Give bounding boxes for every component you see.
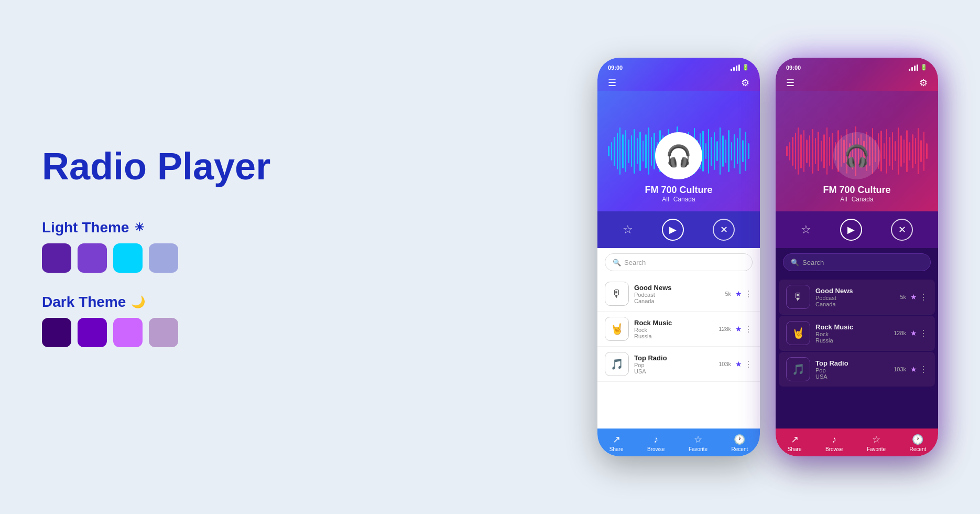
dark-recent-label: Recent [910, 446, 927, 452]
favorite-label: Favorite [689, 446, 707, 452]
light-play-btn[interactable]: ▶ [662, 219, 684, 241]
signal-bar-1 [731, 69, 732, 71]
dark-item-icon-1: 🎙 [786, 285, 810, 309]
dark-item-dots-2[interactable]: ⋮ [919, 328, 928, 338]
dark-item-sub2-2: Russia [815, 337, 888, 344]
light-nav-recent[interactable]: 🕐 Recent [732, 434, 748, 452]
recent-icon: 🕐 [734, 434, 745, 445]
main-title: Radio Player [42, 146, 566, 187]
phone-light: 09:00 🔋 ☰ ⚙ [597, 58, 760, 456]
light-controls: ☆ ▶ ✕ [597, 211, 760, 248]
dark-list: 🎙 Good News Podcast Canada 5k ★ ⋮ 🤘 [776, 276, 938, 429]
light-station-tags: All Canada [662, 196, 695, 203]
light-item-title-3: Top Radio [634, 354, 713, 362]
search-icon-light: 🔍 [613, 259, 621, 266]
light-theme-label: Light Theme ☀ [42, 219, 566, 236]
dark-recent-icon: 🕐 [912, 434, 923, 445]
recent-label: Recent [732, 446, 748, 452]
browse-label: Browse [647, 446, 665, 452]
dark-theme-label: Dark Theme 🌙 [42, 294, 566, 310]
dark-time: 09:00 [786, 65, 801, 71]
dark-item-icon-2: 🤘 [786, 321, 810, 345]
dark-signal-bar-4 [917, 65, 918, 71]
light-item-sub1-2: Rock [634, 327, 713, 333]
light-list: 🎙 Good News Podcast Canada 5k ★ ⋮ 🤘 [597, 276, 760, 429]
light-item-star-2[interactable]: ★ [735, 325, 742, 333]
light-search-input[interactable]: 🔍 Search [605, 253, 753, 271]
light-nav-favorite[interactable]: ☆ Favorite [689, 434, 707, 452]
light-nav-bar: ☰ ⚙ [608, 75, 749, 91]
dark-play-btn[interactable]: ▶ [840, 219, 862, 241]
dark-favorite-icon: ☆ [872, 434, 880, 445]
dark-item-info-3: Top Radio Pop USA [815, 359, 888, 380]
light-bottom-nav: ↗ Share ♪ Browse ☆ Favorite 🕐 Recent [597, 429, 760, 456]
light-nav-share[interactable]: ↗ Share [609, 434, 624, 452]
signal-bar-3 [736, 66, 737, 71]
search-icon-dark: 🔍 [791, 259, 799, 266]
dark-item-sub1-1: Podcast [815, 295, 895, 301]
light-swatch-1 [42, 243, 71, 273]
light-item-star-3[interactable]: ★ [735, 360, 742, 368]
light-item-sub2-1: Canada [634, 298, 720, 304]
dark-item-star-2[interactable]: ★ [910, 329, 917, 337]
light-star-btn[interactable]: ☆ [623, 223, 633, 237]
dark-item-title-2: Rock Music [815, 323, 888, 331]
dark-star-btn[interactable]: ☆ [801, 223, 811, 237]
dark-nav-favorite[interactable]: ☆ Favorite [867, 434, 886, 452]
light-list-item-3: 🎵 Top Radio Pop USA 103k ★ ⋮ [597, 347, 760, 382]
menu-icon[interactable]: ☰ [608, 77, 616, 89]
phone-dark: 09:00 🔋 ☰ ⚙ [776, 58, 938, 456]
light-item-dots-1[interactable]: ⋮ [744, 289, 753, 299]
dark-menu-icon[interactable]: ☰ [786, 77, 794, 89]
dark-item-sub1-2: Rock [815, 331, 888, 337]
dark-item-star-3[interactable]: ★ [910, 365, 917, 373]
light-nav-browse[interactable]: ♪ Browse [647, 434, 665, 452]
light-item-icon-2: 🤘 [605, 317, 629, 341]
share-label: Share [609, 446, 624, 452]
dark-item-star-1[interactable]: ★ [910, 293, 917, 301]
dark-list-item-2: 🤘 Rock Music Rock Russia 128k ★ ⋮ [779, 316, 935, 351]
headphone-icon-dark: 🎧 [844, 144, 870, 168]
browse-icon: ♪ [654, 434, 658, 445]
settings-icon[interactable]: ⚙ [741, 77, 749, 89]
light-phone-header: 09:00 🔋 ☰ ⚙ [597, 58, 760, 91]
light-close-btn[interactable]: ✕ [713, 219, 735, 241]
dark-station-name: FM 700 Culture [823, 185, 890, 196]
dark-nav-share[interactable]: ↗ Share [788, 434, 802, 452]
dark-nav-bar: ☰ ⚙ [786, 75, 928, 91]
dark-theme-text: Dark Theme [42, 294, 126, 310]
light-item-right-2: 128k ★ ⋮ [718, 324, 753, 334]
dark-settings-icon[interactable]: ⚙ [919, 77, 928, 89]
light-list-item-2: 🤘 Rock Music Rock Russia 128k ★ ⋮ [597, 312, 760, 347]
dark-search-input[interactable]: 🔍 Search [783, 253, 931, 271]
sun-icon: ☀ [134, 221, 145, 234]
dark-search-placeholder: Search [802, 259, 824, 266]
dark-item-dots-3[interactable]: ⋮ [919, 365, 928, 374]
dark-swatches [42, 318, 566, 347]
dark-status-bar: 09:00 🔋 [786, 64, 928, 71]
dark-signal-bar-2 [911, 67, 913, 71]
light-tag-all: All [662, 196, 669, 203]
dark-close-btn[interactable]: ✕ [891, 219, 913, 241]
dark-battery-icon: 🔋 [920, 64, 928, 71]
left-panel: Radio Player Light Theme ☀ Dark Theme 🌙 [42, 146, 597, 368]
light-item-star-1[interactable]: ★ [735, 290, 742, 298]
light-swatch-2 [78, 243, 107, 273]
light-item-right-3: 103k ★ ⋮ [718, 359, 753, 369]
light-item-sub2-2: Russia [634, 333, 713, 339]
light-item-dots-2[interactable]: ⋮ [744, 324, 753, 334]
light-swatch-4 [149, 243, 178, 273]
dark-tag-all: All [840, 196, 847, 203]
battery-icon: 🔋 [742, 64, 749, 71]
light-station-name: FM 700 Culture [645, 185, 712, 196]
dark-hero: 🎧 FM 700 Culture All Canada [776, 91, 938, 211]
light-item-count-2: 128k [718, 326, 731, 332]
dark-swatch-4 [149, 318, 178, 347]
dark-item-right-2: 128k ★ ⋮ [894, 328, 928, 338]
dark-nav-recent[interactable]: 🕐 Recent [910, 434, 927, 452]
dark-item-info-2: Rock Music Rock Russia [815, 323, 888, 344]
dark-nav-browse[interactable]: ♪ Browse [825, 434, 843, 452]
light-item-info-1: Good News Podcast Canada [634, 284, 720, 304]
light-item-dots-3[interactable]: ⋮ [744, 359, 753, 369]
dark-item-dots-1[interactable]: ⋮ [919, 292, 928, 302]
